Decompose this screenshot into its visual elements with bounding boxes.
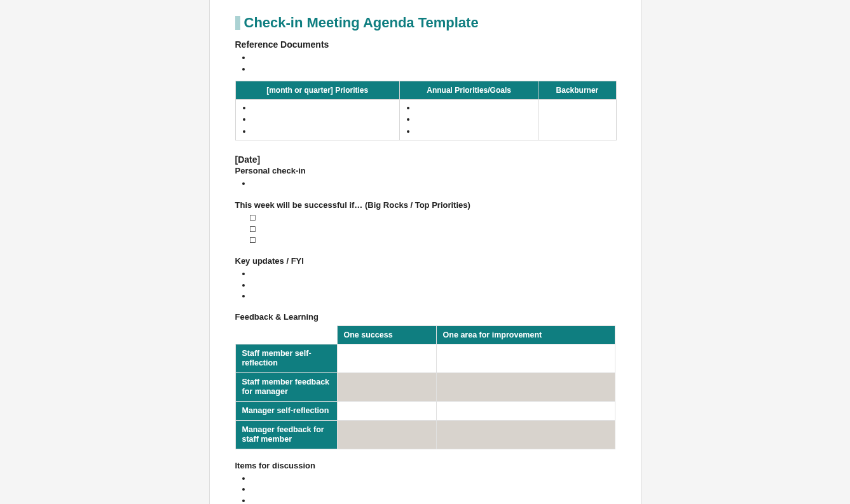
successful-if-checklist <box>235 212 615 246</box>
personal-checkin-list <box>235 178 615 189</box>
section-successful-if: This week will be successful if… (Big Ro… <box>235 200 615 210</box>
items-discussion-list <box>235 473 615 504</box>
bookmark-icon <box>235 16 240 30</box>
feedback-table: One success One area for improvement Sta… <box>235 325 615 449</box>
list-item <box>252 280 615 291</box>
feedback-cell <box>337 420 436 449</box>
section-items-discussion: Items for discussion <box>235 461 615 470</box>
feedback-table-corner <box>235 325 337 344</box>
title-row: Check-in Meeting Agenda Template <box>235 15 615 31</box>
feedback-cell <box>436 401 615 420</box>
list-item <box>252 495 615 504</box>
document-page: Check-in Meeting Agenda Template Referen… <box>209 0 641 504</box>
feedback-cell <box>337 372 436 401</box>
list-item <box>252 290 615 302</box>
feedback-row-manager-self: Manager self-reflection <box>235 401 337 420</box>
reference-documents-list <box>235 52 615 74</box>
list-item <box>252 114 397 125</box>
priorities-cell-period <box>235 100 399 140</box>
list-item <box>416 114 535 125</box>
section-personal-checkin: Personal check-in <box>235 166 615 175</box>
section-feedback-learning: Feedback & Learning <box>235 312 615 322</box>
section-date: [Date] <box>235 154 615 165</box>
feedback-row-staff-for-manager: Staff member feedback for manager <box>235 372 337 401</box>
checkbox-item[interactable] <box>249 235 615 246</box>
list-item <box>252 64 615 75</box>
list-item <box>252 268 615 280</box>
list-item <box>252 102 397 114</box>
section-reference-documents: Reference Documents <box>235 39 615 50</box>
feedback-row-staff-self: Staff member self-reflection <box>235 344 337 372</box>
doc-title: Check-in Meeting Agenda Template <box>244 15 479 31</box>
feedback-cell <box>436 344 615 372</box>
priorities-cell-annual <box>399 100 538 140</box>
list-item <box>252 484 615 495</box>
list-item <box>252 52 615 64</box>
page-background: Check-in Meeting Agenda Template Referen… <box>0 0 850 504</box>
priorities-header-backburner: Backburner <box>538 81 616 100</box>
list-item <box>252 126 397 137</box>
checkbox-item[interactable] <box>249 224 615 235</box>
priorities-header-period: [month or quarter] Priorities <box>235 81 399 100</box>
feedback-cell <box>337 401 436 420</box>
list-item <box>416 102 535 114</box>
priorities-header-annual: Annual Priorities/Goals <box>399 81 538 100</box>
priorities-cell-backburner <box>538 100 616 140</box>
feedback-row-manager-for-staff: Manager feedback for staff member <box>235 420 337 449</box>
feedback-cell <box>436 420 615 449</box>
key-updates-list <box>235 268 615 302</box>
feedback-col-improvement: One area for improvement <box>436 325 615 344</box>
list-item <box>252 178 615 189</box>
list-item <box>416 126 535 137</box>
section-key-updates: Key updates / FYI <box>235 256 615 266</box>
feedback-cell <box>436 372 615 401</box>
priorities-table: [month or quarter] Priorities Annual Pri… <box>235 81 617 140</box>
feedback-cell <box>337 344 436 372</box>
list-item <box>252 473 615 484</box>
checkbox-item[interactable] <box>249 212 615 224</box>
feedback-col-success: One success <box>337 325 436 344</box>
